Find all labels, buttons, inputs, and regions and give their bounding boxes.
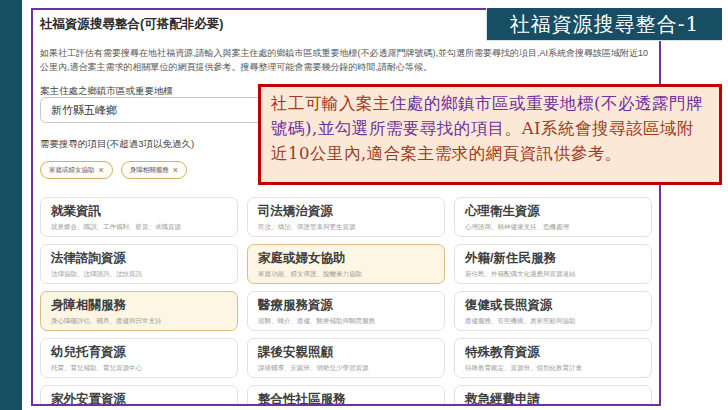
category-subtitle: 新住民、外籍配偶文化適應與資源連結 [465,270,641,279]
category-title: 復健或長照資源 [465,297,641,314]
category-card-afterschool[interactable]: 課後安親照顧 課後輔導、安親班、弱勢兒少學習資源 [247,338,445,378]
remove-chip-icon[interactable]: × [99,166,104,175]
category-title: 外籍/新住民服務 [465,250,641,267]
category-subtitle: 法律協助、法律諮詢、法扶資訊 [51,270,227,279]
category-card-mental-health[interactable]: 心理衛生資源 心理諮商、精神健康支持、危機處理 [454,197,652,237]
annotation-text-red: 社工可輸入案主 [271,94,390,113]
category-title: 家外安置資源 [51,391,227,406]
category-title: 家庭或婦女協助 [258,250,434,267]
category-card-community[interactable]: 整合性社區服務 社區資源整合、社區據點、社區關懷服務 [247,385,445,406]
category-subtitle: 司法、矯治、保護管束與更生資源 [258,223,434,232]
category-subtitle: 托育、育兒補助、育兒資源中心 [51,364,227,373]
category-card-medical[interactable]: 醫療服務資源 就醫、轉介、復健、醫療補助與醫院服務 [247,291,445,331]
page-title: 社福資源搜尋整合(可搭配非必要) [40,16,223,33]
category-title: 幼兒托育資源 [51,344,227,361]
selected-item-chip[interactable]: 身障相關服務 × [121,161,187,179]
annotation-callout: 社工可輸入案主住處的鄉鎮市區或重要地標(不必透露門牌號碼),並勾選所需要尋找的項… [258,84,722,185]
category-card-justice[interactable]: 司法矯治資源 司法、矯治、保護管束與更生資源 [247,197,445,237]
category-subtitle: 身心障礙評估、輔具、復健與日常支持 [51,317,227,326]
category-card-emergency-funds[interactable]: 救急經費申請 急難救助、緊急補助申請資訊 [454,385,652,406]
category-title: 心理衛生資源 [465,203,641,220]
category-title: 整合性社區服務 [258,391,434,406]
category-card-placement[interactable]: 家外安置資源 寄養、安置、收養與機構諮詢 [40,385,238,406]
category-card-immigrants[interactable]: 外籍/新住民服務 新住民、外籍配偶文化適應與資源連結 [454,244,652,284]
left-accent-band [0,0,22,410]
category-subtitle: 復健服務、長照機構、居家照顧與協助 [465,317,641,326]
category-card-special-education[interactable]: 特殊教育資源 特殊教育鑑定、資源班、個別化教育計畫 [454,338,652,378]
category-title: 身障相關服務 [51,297,227,314]
slide: 社福資源搜尋整合(可搭配非必要) 如果社工評估有需要搜尋在地社福資源,請輸入與案… [0,0,728,410]
chip-label: 身障相關服務 [130,166,169,175]
category-subtitle: 就醫、轉介、復健、醫療補助與醫院服務 [258,317,434,326]
category-subtitle: 課後輔導、安親班、弱勢兒少學習資源 [258,364,434,373]
selected-items-row: 家庭或婦女協助 × 身障相關服務 × [40,161,187,179]
remove-chip-icon[interactable]: × [173,166,178,175]
chip-label: 家庭或婦女協助 [49,166,95,175]
category-title: 課後安親照顧 [258,344,434,361]
category-card-disability[interactable]: 身障相關服務 身心障礙評估、輔具、復健與日常支持 [40,291,238,331]
category-title: 救急經費申請 [465,391,641,406]
category-card-longterm-care[interactable]: 復健或長照資源 復健服務、長照機構、居家照顧與協助 [454,291,652,331]
category-subtitle: 心理諮商、精神健康支持、危機處理 [465,223,641,232]
slide-title-banner: 社福資源搜尋整合-1 [486,8,722,41]
category-title: 法律諮詢資源 [51,250,227,267]
category-title: 醫療服務資源 [258,297,434,314]
selected-item-chip[interactable]: 家庭或婦女協助 × [40,161,113,179]
category-title: 特殊教育資源 [465,344,641,361]
category-card-family-women[interactable]: 家庭或婦女協助 家庭功能、婦女保護、脫離暴力協助 [247,244,445,284]
category-subtitle: 家庭功能、婦女保護、脫離暴力協助 [258,270,434,279]
category-card-childcare[interactable]: 幼兒托育資源 托育、育兒補助、育兒資源中心 [40,338,238,378]
instructions-text: 如果社工評估有需要搜尋在地社福資源,請輸入與案主住處的鄉鎮市區或重要地標(不必透… [40,46,652,74]
category-card-legal[interactable]: 法律諮詢資源 法律協助、法律諮詢、法扶資訊 [40,244,238,284]
items-field-label: 需要搜尋的項目(不超過3項以免過久) [40,138,194,151]
category-title: 就業資訊 [51,203,227,220]
category-card-employment[interactable]: 就業資訊 就業媒合、職訓、工作福利、薪資、求職資源 [40,197,238,237]
category-subtitle: 就業媒合、職訓、工作福利、薪資、求職資源 [51,223,227,232]
search-integration-panel: 社福資源搜尋整合(可搭配非必要) 如果社工評估有需要搜尋在地社福資源,請輸入與案… [31,8,661,406]
category-grid: 就業資訊 就業媒合、職訓、工作福利、薪資、求職資源 司法矯治資源 司法、矯治、保… [40,197,652,406]
category-title: 司法矯治資源 [258,203,434,220]
category-subtitle: 特殊教育鑑定、資源班、個別化教育計畫 [465,364,641,373]
